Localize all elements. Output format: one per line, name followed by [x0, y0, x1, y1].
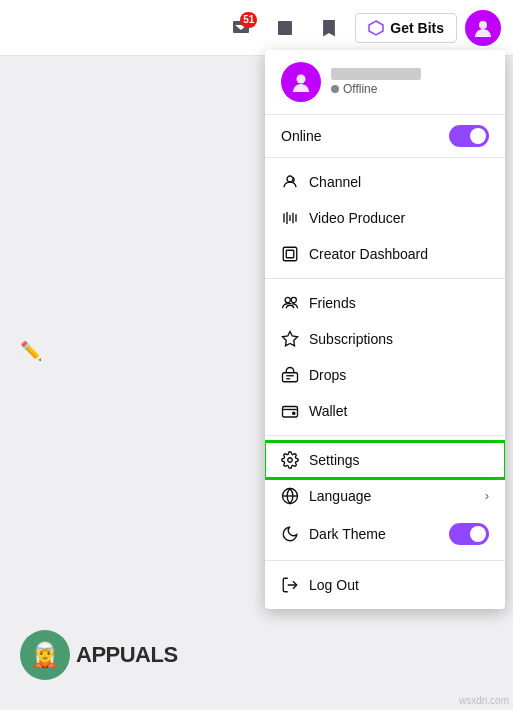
svg-point-20	[288, 458, 293, 463]
appuals-logo: 🧝 APPUALS	[20, 630, 178, 680]
menu-section-logout: Log Out	[265, 561, 505, 609]
subscriptions-icon	[281, 330, 299, 348]
drops-label: Drops	[309, 367, 489, 383]
subscriptions-label: Subscriptions	[309, 331, 489, 347]
bits-icon	[368, 20, 384, 36]
friends-label: Friends	[309, 295, 489, 311]
get-bits-button[interactable]: Get Bits	[355, 13, 457, 43]
inbox-badge: 51	[240, 12, 257, 28]
settings-label: Settings	[309, 452, 489, 468]
svg-marker-14	[283, 332, 298, 346]
wallet-icon	[281, 402, 299, 420]
svg-point-4	[287, 176, 293, 182]
svg-point-3	[297, 75, 306, 84]
menu-item-friends[interactable]: Friends	[265, 285, 505, 321]
dark-theme-icon	[281, 525, 299, 543]
username-display	[331, 68, 421, 80]
watermark: wsxdn.com	[459, 695, 509, 706]
creator-dashboard-label: Creator Dashboard	[309, 246, 489, 262]
edit-icon: ✏️	[20, 340, 42, 362]
channel-label: Channel	[309, 174, 489, 190]
menu-item-subscriptions[interactable]: Subscriptions	[265, 321, 505, 357]
user-dropdown-menu: Offline Online Channel Video Pro	[265, 50, 505, 609]
online-toggle-row: Online	[265, 115, 505, 158]
settings-icon	[281, 451, 299, 469]
status-indicator	[331, 85, 339, 93]
language-icon	[281, 487, 299, 505]
svg-rect-11	[286, 250, 294, 258]
menu-item-logout[interactable]: Log Out	[265, 567, 505, 603]
svg-rect-0	[278, 21, 292, 35]
menu-item-language[interactable]: Language ›	[265, 478, 505, 514]
notification-icon	[275, 18, 295, 38]
friends-icon	[281, 294, 299, 312]
svg-rect-10	[283, 247, 297, 261]
dropdown-avatar-icon	[289, 70, 313, 94]
user-profile-section: Offline	[265, 50, 505, 115]
menu-section-social: Friends Subscriptions Drops Wallet	[265, 279, 505, 436]
menu-item-settings[interactable]: Settings	[265, 442, 505, 478]
bookmark-icon	[319, 18, 339, 38]
svg-point-2	[479, 21, 487, 29]
menu-item-creator-dashboard[interactable]: Creator Dashboard	[265, 236, 505, 272]
avatar-icon	[472, 17, 494, 39]
menu-item-channel[interactable]: Channel	[265, 164, 505, 200]
language-label: Language	[309, 488, 475, 504]
video-producer-icon	[281, 209, 299, 227]
svg-point-13	[291, 297, 296, 302]
menu-section-creator: Channel Video Producer Creator Dashboard	[265, 158, 505, 279]
online-label: Online	[281, 128, 321, 144]
svg-point-12	[285, 297, 290, 302]
svg-point-19	[293, 412, 295, 414]
menu-item-dark-theme[interactable]: Dark Theme	[265, 514, 505, 554]
language-arrow: ›	[485, 489, 489, 503]
online-toggle[interactable]	[449, 125, 489, 147]
wallet-label: Wallet	[309, 403, 489, 419]
svg-rect-15	[283, 373, 298, 382]
menu-item-drops[interactable]: Drops	[265, 357, 505, 393]
dark-theme-toggle[interactable]	[449, 523, 489, 545]
user-info: Offline	[331, 68, 421, 96]
topbar: 51 Get Bits	[0, 0, 513, 56]
appuals-logo-icon: 🧝	[20, 630, 70, 680]
user-status: Offline	[331, 82, 421, 96]
svg-rect-18	[283, 407, 298, 418]
notification-button[interactable]	[267, 10, 303, 46]
channel-icon	[281, 173, 299, 191]
video-producer-label: Video Producer	[309, 210, 489, 226]
menu-item-video-producer[interactable]: Video Producer	[265, 200, 505, 236]
inbox-button[interactable]: 51	[223, 10, 259, 46]
menu-section-settings: Settings Language › Dark Theme	[265, 436, 505, 561]
bookmark-button[interactable]	[311, 10, 347, 46]
menu-item-wallet[interactable]: Wallet	[265, 393, 505, 429]
drops-icon	[281, 366, 299, 384]
svg-marker-1	[369, 21, 383, 35]
dark-theme-label: Dark Theme	[309, 526, 439, 542]
dropdown-avatar	[281, 62, 321, 102]
user-avatar-button[interactable]	[465, 10, 501, 46]
logout-icon	[281, 576, 299, 594]
creator-dashboard-icon	[281, 245, 299, 263]
logout-label: Log Out	[309, 577, 489, 593]
